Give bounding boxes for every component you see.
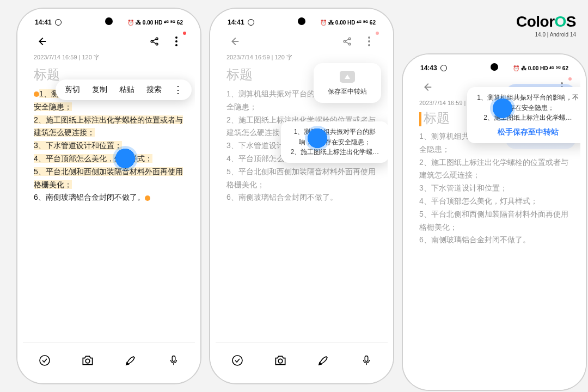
share-button[interactable] [339,33,356,50]
selection-start-handle[interactable] [34,91,39,97]
selected-text[interactable]: 1、测算机组共振对平台的影响，不要存在安全隐患；2、施工图纸上标注出化学螺栓的位… [34,89,183,189]
bottom-toolbar [216,342,388,378]
ctx-copy[interactable]: 复制 [86,85,113,95]
svg-point-3 [175,36,177,39]
svg-point-5 [175,44,177,46]
svg-point-2 [156,43,158,45]
text-caret [419,112,421,126]
back-button[interactable] [418,78,436,96]
note-body[interactable]: 1、测算机组共振对平台的影响，不要存在安全隐患；2、施工图纸上标注出化学螺栓的位… [23,88,195,204]
ctx-more[interactable]: ⋮ [168,86,188,94]
checklist-button[interactable] [36,352,53,369]
drag-preview[interactable]: 1、测算机组共振对平台的影响，不要存在安全隐患； 2、施工图纸上标注出化学螺… … [467,87,580,143]
svg-point-1 [156,38,158,40]
relay-icon [340,71,355,83]
camera-notch [105,17,113,25]
ctx-cut[interactable]: 剪切 [59,85,86,95]
ctx-search[interactable]: 搜索 [140,85,168,95]
camera-button[interactable] [79,352,96,369]
phone-2: 14:41 ⏰ ⁂ 0.00 HD ⁴ᴳ ⁵ᴳ 62 2023/7/14 16:… [210,9,393,383]
ctx-paste[interactable]: 粘贴 [113,85,140,95]
svg-point-14 [368,44,370,46]
svg-point-13 [368,40,370,42]
svg-point-9 [344,40,346,42]
svg-rect-17 [365,356,368,362]
note-meta: 2023/7/14 16:59 | 120 字 [23,52,195,63]
svg-rect-8 [172,356,175,362]
note-meta: 2023/7/14 16:59 | 120 字 [216,52,388,63]
back-button[interactable] [225,33,243,50]
svg-point-10 [348,38,351,40]
text-context-menu: 剪切 复制 粘贴 搜索 ⋮ [56,79,192,100]
selection-end-handle[interactable] [145,195,150,201]
share-button[interactable] [146,33,163,50]
voice-button[interactable] [358,352,375,369]
checklist-button[interactable] [229,352,246,369]
camera-notch [298,17,305,25]
svg-point-12 [368,36,370,39]
phone-3: 14:43 ⏰ ⁂ 0.00 HD ⁴ᴳ ⁵ᴳ 62 2023/7/14 16:… [403,54,586,390]
more-button[interactable] [360,33,378,50]
svg-point-7 [85,359,90,363]
app-topbar [23,30,195,52]
draw-button[interactable] [122,352,139,369]
voice-button[interactable] [165,352,182,369]
camera-button[interactable] [272,352,289,369]
svg-point-0 [151,40,153,42]
more-button[interactable] [168,33,185,50]
svg-point-6 [40,356,50,365]
svg-point-4 [175,40,177,42]
svg-point-16 [278,359,283,363]
bottom-toolbar [23,342,195,378]
relay-label: 保存至中转站 [317,87,378,96]
svg-point-11 [348,43,351,45]
coloros-brand: ColorOS 14.0 | Android 14 [516,13,576,38]
drop-hint: 松手保存至中转站 [475,126,580,138]
svg-point-15 [232,356,242,365]
drag-preview[interactable]: 1、测算机组共振对平台的影响，不要存在安全隐患； 2、施工图纸上标注出化学螺… [281,121,388,163]
phone-1: 14:41 ⏰ ⁂ 0.00 HD ⁴ᴳ ⁵ᴳ 62 2023/7/14 16:… [17,9,200,383]
app-topbar [216,30,388,52]
relay-popover[interactable]: 保存至中转站 [314,63,381,103]
draw-button[interactable] [315,352,332,369]
camera-notch [491,63,498,71]
bottom-toolbar [408,350,580,384]
back-button[interactable] [33,33,50,50]
